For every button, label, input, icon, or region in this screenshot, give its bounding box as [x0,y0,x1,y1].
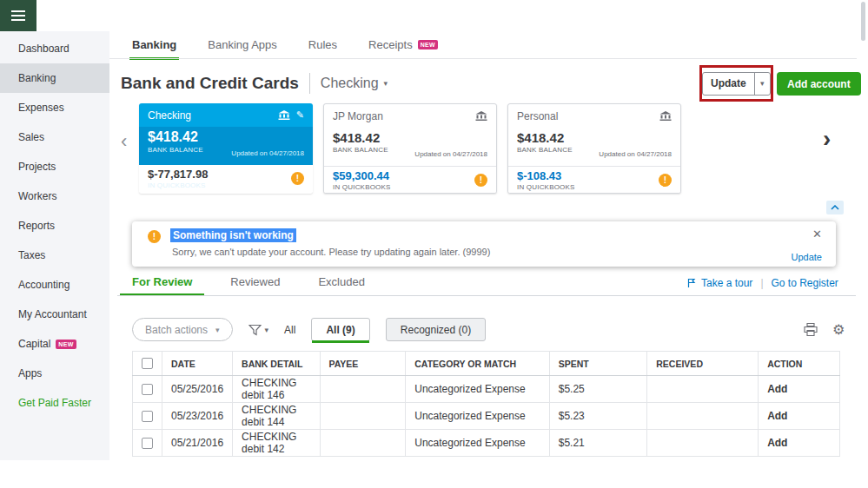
warning-icon[interactable]: ! [659,174,672,187]
bank-balance-amount: $418.42 [517,130,672,145]
card-footer: $-108.43 IN QUICKBOOKS ! [508,166,680,193]
sidebar-item-label: Taxes [18,249,45,261]
filter-tab-recognized[interactable]: Recognized (0) [386,318,486,341]
bank-detail-cell: CHECKING debit 146 [233,376,320,403]
account-card-jp-morgan[interactable]: JP Morgan $418.42 BANK BALANCE Updated o… [323,103,497,194]
col-received: RECEIVED [647,352,759,376]
tab-label: Banking [132,38,176,51]
sidebar-item-my-accountant[interactable]: My Accountant [0,300,109,329]
account-card-checking[interactable]: Checking ✎ $418.42 BANK BALANCE Updated … [139,103,313,194]
chevron-up-icon [831,205,839,210]
filter-funnel-icon [248,324,262,336]
print-icon[interactable] [804,323,818,336]
sidebar-item-expenses[interactable]: Expenses [0,93,109,122]
table-row[interactable]: 05/25/2016 CHECKING debit 146 Uncategori… [133,376,840,403]
updated-date: Updated on 04/27/2018 [414,150,487,158]
update-button[interactable]: Update ▾ [702,72,771,96]
table-row[interactable]: 05/21/2016 CHECKING debit 142 Uncategori… [133,430,840,457]
sidebar-item-dashboard[interactable]: Dashboard [0,34,109,63]
carousel-left-icon[interactable]: ‹ [121,132,127,151]
sidebar-item-label: Expenses [18,102,64,114]
checkbox-cell [133,376,162,403]
account-card-personal[interactable]: Personal $418.42 BANK BALANCE Updated on… [507,103,681,194]
edit-pencil-icon[interactable]: ✎ [296,109,304,121]
tab-for-review[interactable]: For Review [132,275,192,288]
quickbooks-label: IN QUICKBOOKS [333,183,391,191]
table-row[interactable]: 05/23/2016 CHECKING debit 144 Uncategori… [133,403,840,430]
quickbooks-amount: $59,300.44 [333,169,391,182]
title-divider [309,73,310,94]
bank-icon [659,111,672,122]
quickbooks-amount: $-77,817.98 [148,168,208,181]
sidebar-item-label: Accounting [18,279,70,291]
col-spent: SPENT [549,352,647,376]
sidebar-item-label: Capital [18,338,50,350]
warning-icon[interactable]: ! [474,174,487,187]
sidebar-item-workers[interactable]: Workers [0,181,109,211]
sidebar-item-apps[interactable]: Apps [0,359,109,388]
tab-label: Reviewed [230,275,280,288]
nav-menu-button[interactable] [0,0,36,31]
bank-detail-cell: CHECKING debit 144 [233,403,320,430]
add-account-button[interactable]: Add account [777,72,861,96]
sidebar-item-reports[interactable]: Reports [0,211,109,241]
review-divider [117,295,856,296]
tour-flag-icon [686,278,697,288]
tab-rules[interactable]: Rules [308,38,337,51]
filter-tab-all[interactable]: All (9) [311,318,369,341]
go-to-register-link[interactable]: Go to Register [772,277,838,289]
tab-label: All (9) [326,324,354,336]
alert-message: Sorry, we can't update your account. Ple… [172,247,490,257]
add-button[interactable]: Add [759,430,840,457]
add-button[interactable]: Add [759,376,840,403]
received-cell [647,430,759,457]
spent-cell: $5.25 [549,376,647,403]
tab-banking-apps[interactable]: Banking Apps [208,38,277,51]
date-cell: 05/25/2016 [162,376,233,403]
row-checkbox[interactable] [142,411,153,422]
filter-dropdown[interactable]: ▾ [248,324,269,336]
close-icon[interactable]: ✕ [812,228,822,241]
account-selector-value: Checking [321,76,379,91]
category-cell: Uncategorized Expense [406,376,550,403]
card-balance-section: $418.42 BANK BALANCE Updated on 04/27/20… [139,127,313,165]
sidebar-item-taxes[interactable]: Taxes [0,241,109,270]
tab-banking[interactable]: Banking [132,38,176,51]
alert-collapse-button[interactable] [826,201,844,214]
row-checkbox[interactable] [142,384,153,395]
row-checkbox[interactable] [142,438,153,449]
sidebar-item-label: Get Paid Faster [18,397,91,409]
chevron-down-icon: ▾ [384,79,388,88]
sidebar-item-banking[interactable]: Banking [0,63,109,93]
tab-label: Banking Apps [208,38,277,51]
card-footer: $-77,817.98 IN QUICKBOOKS ! [139,165,313,192]
tab-reviewed[interactable]: Reviewed [230,275,280,288]
select-all-checkbox[interactable] [142,358,153,369]
tabs-divider [109,58,857,59]
alert-update-link[interactable]: Update [792,252,822,262]
transactions-table: DATE BANK DETAIL PAYEE CATEGORY OR MATCH… [132,351,840,457]
tab-excluded[interactable]: Excluded [318,275,364,288]
carousel-right-icon[interactable]: › [823,127,831,151]
sidebar-item-get-paid-faster[interactable]: Get Paid Faster [0,388,109,418]
card-balance-section: $418.42 BANK BALANCE Updated on 04/27/20… [324,128,496,166]
sidebar-item-label: Banking [18,72,56,84]
sidebar-item-sales[interactable]: Sales [0,122,109,152]
card-footer: $59,300.44 IN QUICKBOOKS ! [324,166,496,193]
bank-icon [475,111,487,122]
col-category: CATEGORY OR MATCH [406,352,550,376]
warning-icon[interactable]: ! [291,172,304,185]
scrollbar-thumb[interactable] [861,2,865,41]
sidebar-item-accounting[interactable]: Accounting [0,270,109,300]
update-dropdown-toggle[interactable]: ▾ [754,73,770,95]
sidebar-item-capital[interactable]: Capital NEW [0,329,109,359]
gear-icon[interactable]: ⚙ [832,321,845,338]
tab-receipts[interactable]: Receipts NEW [368,38,438,51]
account-selector-dropdown[interactable]: Checking ▾ [321,76,388,91]
take-a-tour-link[interactable]: Take a tour [686,277,752,289]
batch-actions-dropdown[interactable]: Batch actions ▾ [132,318,233,341]
add-button[interactable]: Add [759,403,840,430]
spent-cell: $5.21 [549,430,647,457]
sidebar-item-projects[interactable]: Projects [0,152,109,181]
filter-value[interactable]: All [284,324,295,336]
